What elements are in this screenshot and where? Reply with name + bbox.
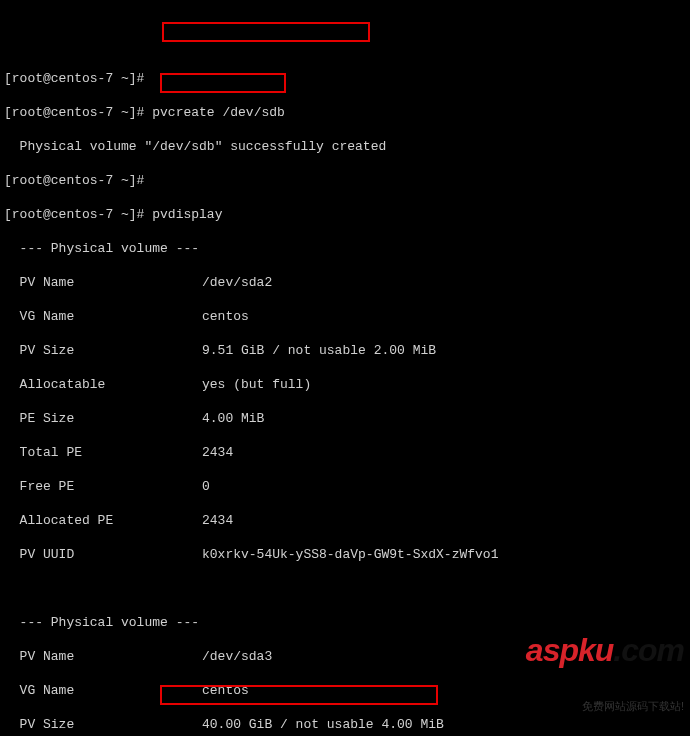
pv1-name: PV Name/dev/sda2 — [4, 274, 686, 291]
pv1-free: Free PE0 — [4, 478, 686, 495]
pv1-size: PV Size9.51 GiB / not usable 2.00 MiB — [4, 342, 686, 359]
blank-1 — [4, 580, 686, 597]
watermark-sub: 免费网站源码下载站! — [526, 698, 684, 715]
pv1-header: --- Physical volume --- — [4, 240, 686, 257]
pv1-total: Total PE2434 — [4, 444, 686, 461]
pv2-header: --- Physical volume --- — [4, 614, 686, 631]
pv2-size: PV Size40.00 GiB / not usable 4.00 MiB — [4, 716, 686, 733]
highlight-pvcreate — [162, 22, 370, 42]
pv1-pesize: PE Size4.00 MiB — [4, 410, 686, 427]
pv2-vg: VG Namecentos — [4, 682, 686, 699]
cmd-pvdisplay: [root@centos-7 ~]# pvdisplay — [4, 206, 686, 223]
pv1-uuid: PV UUIDk0xrkv-54Uk-ySS8-daVp-GW9t-SxdX-z… — [4, 546, 686, 563]
pv1-alloc: Allocatableyes (but full) — [4, 376, 686, 393]
pv1-vg: VG Namecentos — [4, 308, 686, 325]
pv2-name: PV Name/dev/sda3 — [4, 648, 686, 665]
cmd-pvcreate: [root@centos-7 ~]# pvcreate /dev/sdb — [4, 104, 686, 121]
prompt-empty-1: [root@centos-7 ~]# — [4, 70, 686, 87]
pv1-allocated: Allocated PE2434 — [4, 512, 686, 529]
msg-pv-created: Physical volume "/dev/sdb" successfully … — [4, 138, 686, 155]
prompt-empty-2: [root@centos-7 ~]# — [4, 172, 686, 189]
